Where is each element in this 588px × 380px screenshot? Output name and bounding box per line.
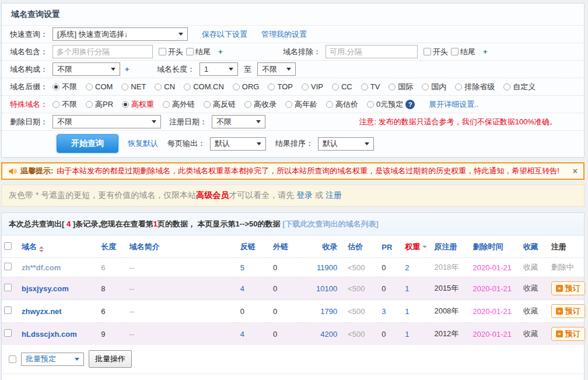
special-option-unlimited[interactable]: 不限 [52,99,77,110]
domain-link[interactable]: zh**df.com [22,263,61,272]
per-page-select[interactable]: 默认 [210,137,266,151]
include-exclude-row: 域名包含： 开头 结尾 + 域名排除： 开头 结尾 + [2,43,584,61]
sort-select[interactable]: 默认 [318,137,374,151]
special-option-high-age[interactable]: 高年龄 [285,99,317,110]
col-orig-reg[interactable]: 原注册 [432,236,470,258]
suffix-option-exclude-provincial[interactable]: 排除省级 [455,82,495,92]
length-to-select[interactable]: 不限 [257,62,296,76]
help-icon[interactable]: ? [405,100,415,109]
delete-date-select[interactable]: 不限 [52,115,161,128]
length-from-select[interactable]: 1 [200,62,238,76]
suffix-option-comcn[interactable]: COM.CN [184,82,224,91]
exclude-add-button[interactable]: + [483,47,488,56]
book-button[interactable]: »预订 [551,327,585,341]
col-weight[interactable]: 权重 [402,236,432,258]
col-outlinks[interactable]: 外链 [271,236,303,258]
col-domain[interactable]: 域名 [19,236,99,258]
suffix-option-custom[interactable]: 自定义 [503,82,536,92]
sort-label: 结果排序： [275,138,313,149]
special-option-high-indexed[interactable]: 高收录 [244,99,276,110]
suffix-option-com[interactable]: COM [86,82,113,91]
reg-date-select[interactable]: 不限 [212,115,265,128]
favorite-link[interactable]: 收藏 [523,263,538,271]
close-icon[interactable]: × [573,166,578,176]
suffix-option-domestic[interactable]: 国内 [422,82,446,92]
fav-cell: 收藏 [521,277,549,300]
include-end-checkbox[interactable]: 结尾 [186,47,211,57]
manage-settings-link[interactable]: 管理我的设置 [261,29,307,40]
col-backlinks[interactable]: 反链 [238,236,271,258]
start-query-button[interactable]: 开始查询 [57,134,118,153]
download-list-link[interactable]: [下载此次查询出的域名列表] [282,219,379,228]
row-checkbox[interactable] [4,263,12,270]
book-button[interactable]: »预订 [551,304,585,318]
radio-icon [388,83,396,90]
login-link[interactable]: 登录 [296,190,313,201]
exclude-start-checkbox[interactable]: 开头 [424,47,448,57]
desc-cell: -- [127,258,237,277]
special-option-high-weight[interactable]: 高权重 [122,99,154,110]
batch-select-checkbox[interactable] [9,355,16,363]
select-all-checkbox[interactable] [4,242,12,250]
compose-select[interactable]: 不限 [52,62,120,76]
special-option-high-pr[interactable]: 高PR [86,99,113,110]
page-title: 域名查询设置 [2,4,584,26]
row-checkbox[interactable] [4,329,12,337]
include-add-button[interactable]: + [218,47,223,56]
col-price[interactable]: 估价 [345,236,379,258]
suffix-option-org[interactable]: ORG [233,82,260,91]
special-option-high-outlink[interactable]: 高外链 [163,99,195,110]
save-settings-link[interactable]: 保存以下设置 [202,29,247,40]
suffix-option-cc[interactable]: CC [332,82,352,91]
favorite-link[interactable]: 收藏 [523,306,538,315]
include-start-checkbox[interactable]: 开头 [159,47,183,57]
reg-cell: »预订 [549,300,584,323]
settings-panel: 域名查询设置 快速查询： [系统] 快速查询选择↓ 保存以下设置 管理我的设置 … [1,3,584,158]
reset-default-link[interactable]: 恢复默认 [128,138,158,149]
price-cell: <500 [345,277,379,300]
include-input[interactable] [52,45,153,58]
fav-cell: 收藏 [521,258,549,277]
domain-link[interactable]: bjsxjysy.com [22,284,69,293]
batch-action-select[interactable]: 批量预定 [21,353,84,366]
include-group: 域名包含： 开头 结尾 + [10,45,283,58]
suffix-option-tv[interactable]: TV [361,82,380,91]
domain-cell: hLdsscjxh.com [19,323,99,346]
book-button[interactable]: »预订 [551,281,585,295]
suffix-option-unlimited[interactable]: 不限 [52,82,77,92]
price-cell: <500 [345,323,379,346]
suffix-option-top[interactable]: TOP [268,82,293,91]
suffix-option-international[interactable]: 国际 [388,82,413,92]
book-icon: » [556,308,563,315]
row-checkbox[interactable] [4,306,12,314]
results-table: 域名 长度 域名简介 反链 外链 收录 估价 PR 权重 原注册 删除时间 收藏… [2,236,584,345]
batch-execute-button[interactable]: 批量操作 [89,350,132,368]
domain-link[interactable]: hLdsscjxh.com [22,330,77,339]
special-option-high-price[interactable]: 高估价 [326,99,358,110]
radio-icon [455,83,462,90]
table-row: zh**df.com 6 -- 5 0 11900 <500 0 2 2018年… [2,258,584,277]
col-length[interactable]: 长度 [99,236,127,258]
suffix-option-vip[interactable]: VIP [302,82,323,91]
favorite-link[interactable]: 收藏 [523,329,538,338]
row-checkbox[interactable] [4,284,12,291]
quick-query-select[interactable]: [系统] 快速查询选择↓ [52,27,188,41]
length-cell: 8 [99,277,127,300]
exclude-end-checkbox[interactable]: 结尾 [451,47,475,57]
favorite-link[interactable]: 收藏 [523,284,538,292]
special-option-zero-yuan[interactable]: 0元预定 [367,99,403,110]
domain-link[interactable]: zhwyzx.net [22,307,62,316]
col-indexed[interactable]: 收录 [303,236,345,258]
compose-add-button[interactable]: + [125,65,130,74]
suffix-option-net[interactable]: NET [121,82,146,91]
col-del-time[interactable]: 删除时间 [471,236,521,258]
expand-settings-link[interactable]: 展开详细设置.. [429,99,478,110]
exclude-input[interactable] [326,45,418,58]
register-link[interactable]: 注册 [326,190,342,201]
pr-cell: 0 [379,258,402,277]
suffix-option-cn[interactable]: CN [155,82,175,91]
col-pr[interactable]: PR [379,236,402,258]
quick-query-label: 快速查询： [10,29,48,40]
radio-icon [503,83,510,90]
special-option-high-backlink[interactable]: 高反链 [204,99,236,110]
